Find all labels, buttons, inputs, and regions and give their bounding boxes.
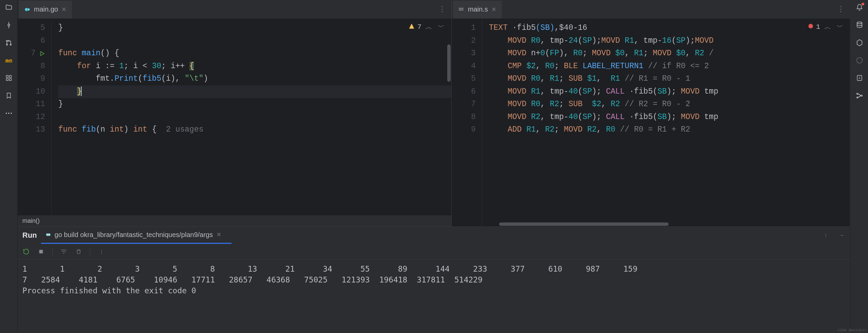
notifications-icon[interactable] bbox=[855, 3, 864, 12]
gutter-line: 10 bbox=[18, 85, 45, 98]
inspections-widget[interactable]: 7 ︿ ﹀ bbox=[409, 22, 446, 32]
dots-circle-icon[interactable] bbox=[855, 56, 864, 64]
close-icon[interactable]: ✕ bbox=[61, 6, 66, 13]
warning-icon bbox=[409, 23, 415, 31]
gutter-line: 13 bbox=[18, 123, 45, 136]
svg-point-31 bbox=[861, 95, 862, 96]
database-icon[interactable] bbox=[855, 21, 864, 29]
nodes-icon[interactable] bbox=[855, 92, 864, 100]
separator bbox=[52, 248, 53, 256]
run-panel: Run go build okra_library/fantastic_tech… bbox=[18, 227, 850, 333]
stop-icon[interactable] bbox=[37, 248, 45, 255]
svg-point-12 bbox=[11, 113, 12, 114]
close-icon[interactable]: ✕ bbox=[216, 231, 221, 238]
gutter-line: 9 bbox=[452, 123, 476, 136]
right-tool-strip: A bbox=[850, 0, 868, 333]
chevron-up-icon[interactable]: ︿ bbox=[823, 22, 832, 32]
tab-label: main.go bbox=[34, 5, 58, 13]
trash-icon[interactable] bbox=[75, 248, 82, 255]
tabbar-left: main.go ✕ ⋮ bbox=[18, 0, 451, 19]
editor-pane-left: main.go ✕ ⋮ 7 ︿ ﹀ bbox=[18, 0, 452, 227]
svg-point-3 bbox=[6, 40, 7, 42]
watermark: CSDN @metabit bbox=[837, 328, 867, 332]
svg-point-15 bbox=[27, 8, 30, 11]
svg-rect-9 bbox=[9, 79, 11, 81]
svg-text:A: A bbox=[859, 76, 861, 80]
gutter-line[interactable]: 7 bbox=[18, 47, 45, 60]
aws-icon[interactable]: aws bbox=[5, 56, 13, 64]
chevron-up-icon[interactable]: ︿ bbox=[424, 22, 434, 32]
run-toolbar: ⋮ bbox=[18, 244, 850, 259]
svg-point-10 bbox=[5, 113, 7, 114]
svg-point-18 bbox=[808, 24, 813, 28]
editor-pane-right: main.s ✕ ⋮ 1 ︿ ﹀ bbox=[452, 0, 850, 227]
gutter-line: 7 bbox=[452, 98, 476, 111]
svg-point-4 bbox=[6, 44, 7, 45]
notification-dot bbox=[862, 3, 864, 5]
svg-point-5 bbox=[10, 44, 11, 45]
text-doc-icon[interactable]: A bbox=[855, 74, 864, 82]
tab-more-icon[interactable]: ⋮ bbox=[832, 5, 850, 14]
output-line: Process finished with the exit code 0 bbox=[22, 286, 196, 295]
svg-point-26 bbox=[856, 58, 862, 63]
warning-count: 7 bbox=[417, 23, 421, 31]
code-editor-left[interactable]: }func main() { for i := 1; i < 30; i++ {… bbox=[52, 19, 451, 215]
svg-rect-8 bbox=[6, 79, 8, 81]
go-config-icon bbox=[45, 232, 51, 238]
tab-main-go[interactable]: main.go ✕ bbox=[19, 1, 72, 18]
run-more-icon[interactable]: ⋮ bbox=[822, 232, 829, 239]
breadcrumb[interactable]: main() bbox=[18, 215, 451, 227]
run-config-tab[interactable]: go build okra_library/fantastic_techniqu… bbox=[45, 231, 221, 240]
gutter-line: 6 bbox=[18, 35, 45, 47]
tab-more-icon[interactable]: ⋮ bbox=[434, 5, 451, 14]
gutter-line: 8 bbox=[18, 60, 45, 73]
gutter-line: 12 bbox=[18, 111, 45, 124]
run-config-name: go build okra_library/fantastic_techniqu… bbox=[55, 231, 213, 239]
code-editor-right[interactable]: TEXT ·fib5(SB),$40-16 MOVD R0, tmp-24(SP… bbox=[482, 19, 850, 227]
asm-file-icon bbox=[458, 6, 465, 13]
editors-split: main.go ✕ ⋮ 7 ︿ ﹀ bbox=[18, 0, 850, 227]
svg-point-11 bbox=[8, 113, 9, 114]
project-icon[interactable] bbox=[5, 3, 13, 12]
gutter-line: 4 bbox=[452, 60, 476, 73]
horizontal-scrollbar[interactable] bbox=[499, 222, 669, 226]
svg-point-25 bbox=[857, 22, 862, 24]
rerun-icon[interactable] bbox=[22, 248, 30, 255]
svg-rect-21 bbox=[39, 250, 43, 253]
gutter-line: 5 bbox=[452, 73, 476, 85]
hex-icon[interactable] bbox=[855, 39, 864, 47]
gutter-line: 6 bbox=[452, 85, 476, 98]
gutter-line: 2 bbox=[452, 35, 476, 47]
gutter-right: 1 2 3 4 5 6 7 8 9 bbox=[452, 19, 482, 227]
tabbar-right: main.s ✕ ⋮ bbox=[452, 0, 850, 19]
more-tools-icon[interactable] bbox=[5, 109, 13, 117]
structure-icon[interactable] bbox=[5, 74, 13, 82]
run-output[interactable]: 1 1 2 3 5 8 13 21 34 55 89 144 233 377 6… bbox=[18, 259, 850, 299]
chevron-down-icon[interactable]: ﹀ bbox=[436, 22, 446, 32]
filter-icon[interactable] bbox=[60, 248, 67, 255]
commit-icon[interactable] bbox=[5, 21, 13, 29]
gutter-line: 5 bbox=[18, 22, 45, 35]
tab-label: main.s bbox=[468, 5, 488, 13]
bookmark-icon[interactable] bbox=[5, 92, 13, 100]
minimize-icon[interactable]: — bbox=[838, 232, 846, 239]
error-icon bbox=[808, 23, 813, 31]
scrollbar[interactable] bbox=[447, 44, 451, 82]
chevron-down-icon[interactable]: ﹀ bbox=[835, 22, 845, 32]
run-label[interactable]: Run bbox=[22, 231, 37, 240]
gutter-line: 8 bbox=[452, 111, 476, 124]
output-line: 7 2584 4181 6765 10946 17711 28657 46368… bbox=[22, 275, 482, 284]
gutter-line: 3 bbox=[452, 47, 476, 60]
options-icon[interactable]: ⋮ bbox=[98, 248, 105, 255]
separator bbox=[90, 248, 90, 256]
inspections-widget[interactable]: 1 ︿ ﹀ bbox=[808, 22, 845, 32]
tab-main-s[interactable]: main.s ✕ bbox=[453, 1, 502, 18]
svg-point-0 bbox=[8, 24, 10, 26]
center-area: main.go ✕ ⋮ 7 ︿ ﹀ bbox=[18, 0, 850, 333]
pull-request-icon[interactable] bbox=[5, 39, 13, 47]
gutter-left: 5 6 7 8 9 10 11 12 13 bbox=[18, 19, 52, 215]
left-tool-strip: aws bbox=[0, 0, 18, 333]
run-header: Run go build okra_library/fantastic_tech… bbox=[18, 227, 850, 244]
gutter-line: 9 bbox=[18, 73, 45, 85]
close-icon[interactable]: ✕ bbox=[491, 6, 496, 13]
